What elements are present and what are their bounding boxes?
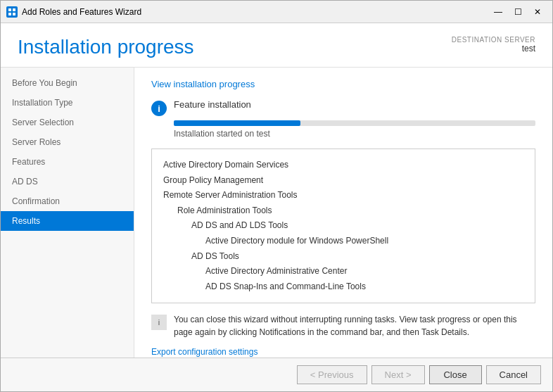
progress-bar-container xyxy=(174,120,535,126)
svg-rect-1 xyxy=(13,8,15,11)
page-title: Installation progress xyxy=(18,36,194,58)
restore-button[interactable]: ☐ xyxy=(509,5,527,19)
window-controls: — ☐ ✕ xyxy=(489,5,547,19)
window-title: Add Roles and Features Wizard xyxy=(22,7,489,17)
progress-bar-fill xyxy=(174,120,300,126)
next-button[interactable]: Next > xyxy=(371,365,425,384)
feature-item: Remote Server Administration Tools xyxy=(163,188,523,203)
features-list-box: Active Directory Domain Services Group P… xyxy=(151,148,535,303)
feature-item: Group Policy Management xyxy=(163,173,523,189)
notification-icon: i xyxy=(151,315,167,330)
destination-name: test xyxy=(452,44,535,53)
feature-item: Active Directory module for Windows Powe… xyxy=(163,234,523,249)
cancel-button[interactable]: Cancel xyxy=(486,365,541,384)
sidebar-item-installation-type[interactable]: Installation Type xyxy=(1,93,134,113)
svg-rect-0 xyxy=(8,8,11,11)
feature-item: Active Directory Domain Services xyxy=(163,158,523,173)
sidebar: Before You Begin Installation Type Serve… xyxy=(1,68,134,358)
feature-item: AD DS Snap-Ins and Command-Line Tools xyxy=(163,279,523,295)
main-content: View installation progress i Feature ins… xyxy=(134,68,552,358)
feature-item: AD DS Tools xyxy=(163,249,523,265)
sidebar-item-ad-ds[interactable]: AD DS xyxy=(1,172,134,191)
footer: < Previous Next > Close Cancel xyxy=(1,358,552,391)
section-title: View installation progress xyxy=(151,79,535,89)
sidebar-item-confirmation[interactable]: Confirmation xyxy=(1,191,134,211)
previous-button[interactable]: < Previous xyxy=(297,365,367,384)
install-status: Installation started on test xyxy=(174,129,535,139)
svg-rect-2 xyxy=(8,13,11,15)
minimize-button[interactable]: — xyxy=(489,5,507,19)
sidebar-item-before-you-begin[interactable]: Before You Begin xyxy=(1,73,134,93)
feature-install-box: i Feature installation xyxy=(151,99,535,116)
svg-rect-3 xyxy=(13,13,15,15)
destination-server-info: DESTINATION SERVER test xyxy=(452,36,535,53)
sidebar-item-features[interactable]: Features xyxy=(1,152,134,172)
sidebar-item-server-selection[interactable]: Server Selection xyxy=(1,113,134,132)
feature-item: Role Administration Tools xyxy=(163,203,523,219)
sidebar-item-server-roles[interactable]: Server Roles xyxy=(1,132,134,152)
notification-box: i You can close this wizard without inte… xyxy=(151,313,535,339)
notification-text: You can close this wizard without interr… xyxy=(174,313,535,339)
app-icon xyxy=(6,6,18,18)
feature-item: AD DS and AD LDS Tools xyxy=(163,218,523,234)
close-window-button[interactable]: ✕ xyxy=(528,5,547,19)
main-layout: Before You Begin Installation Type Serve… xyxy=(1,68,552,358)
feature-item: Active Directory Administrative Center xyxy=(163,264,523,279)
destination-label: DESTINATION SERVER xyxy=(452,36,535,44)
info-icon: i xyxy=(151,101,167,116)
feature-install-label: Feature installation xyxy=(174,99,251,110)
export-link[interactable]: Export configuration settings xyxy=(151,347,535,357)
wizard-header: Installation progress DESTINATION SERVER… xyxy=(1,23,552,68)
sidebar-item-results[interactable]: Results xyxy=(1,211,134,231)
wizard-window: Add Roles and Features Wizard — ☐ ✕ Inst… xyxy=(0,0,553,392)
close-button[interactable]: Close xyxy=(429,365,482,384)
title-bar: Add Roles and Features Wizard — ☐ ✕ xyxy=(1,1,552,23)
